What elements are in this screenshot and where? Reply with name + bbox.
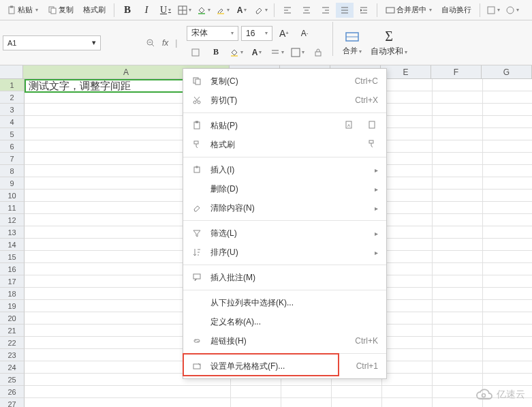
row-header[interactable]: 21: [0, 325, 25, 337]
align-left-icon: [283, 5, 292, 15]
ctx-cut[interactable]: 剪切(T) Ctrl+X: [183, 91, 386, 110]
row-header[interactable]: 17: [0, 275, 25, 288]
row-header[interactable]: 24: [0, 361, 25, 374]
ctx-define-name[interactable]: 定义名称(A)...: [183, 312, 386, 331]
row-header[interactable]: 19: [0, 300, 25, 312]
row-header[interactable]: 10: [0, 190, 25, 202]
paste-special-icon-1[interactable]: A: [344, 120, 355, 131]
increase-font-button[interactable]: A+: [275, 26, 293, 41]
ctx-paste-label: 粘贴(P): [210, 120, 336, 132]
italic-button[interactable]: I: [138, 3, 155, 18]
sum-block-button[interactable]: Σ 自动求和▾: [369, 22, 409, 63]
copy-button[interactable]: 复制: [44, 3, 78, 16]
align-center-button[interactable]: [298, 3, 315, 18]
ctx-clear[interactable]: 清除内容(N) ▸: [183, 198, 386, 217]
fill-color-button-2[interactable]: ▾: [228, 45, 245, 60]
ctx-filter-label: 筛选(L): [210, 228, 366, 239]
row-header[interactable]: 18: [0, 288, 25, 300]
row-header[interactable]: 9: [0, 177, 25, 190]
ctx-dropdown-select[interactable]: 从下拉列表中选择(K)...: [183, 293, 386, 312]
merge-block-button[interactable]: 合并▾: [339, 22, 366, 63]
ctx-hyperlink[interactable]: 超链接(H) Ctrl+K: [183, 331, 386, 350]
separator: [183, 353, 386, 354]
column-header-E[interactable]: E: [381, 65, 431, 78]
row-header[interactable]: 7: [0, 153, 25, 165]
paste-special-icon-2[interactable]: [367, 120, 378, 131]
fx-label[interactable]: fx: [162, 38, 168, 48]
auto-wrap-label: 自动换行: [441, 5, 471, 15]
format-painter-button[interactable]: 格式刷: [79, 3, 110, 16]
paste-button[interactable]: 粘贴 ▾: [3, 3, 42, 16]
bold-button[interactable]: B: [119, 3, 136, 18]
row-header[interactable]: 26: [0, 386, 25, 398]
fill-color-button[interactable]: ▾: [195, 3, 213, 18]
row-header[interactable]: 4: [0, 116, 25, 128]
separator: [183, 112, 386, 113]
column-header-F[interactable]: F: [431, 65, 482, 78]
row-header[interactable]: 11: [0, 202, 25, 214]
zoom-out-icon[interactable]: [146, 38, 155, 48]
chevron-right-icon: ▸: [375, 166, 378, 174]
row-header[interactable]: 15: [0, 251, 25, 263]
misc-button-2[interactable]: ▾: [503, 3, 521, 18]
align-button-2[interactable]: ▾: [268, 45, 286, 60]
row-header[interactable]: 22: [0, 337, 25, 349]
select-all-corner[interactable]: [0, 65, 23, 78]
row-header[interactable]: 23: [0, 349, 25, 361]
number-format-button[interactable]: [187, 45, 204, 60]
row-header[interactable]: 25: [0, 374, 25, 386]
row-header[interactable]: 6: [0, 140, 25, 153]
row-header[interactable]: 1: [0, 79, 25, 91]
column-header-G[interactable]: G: [482, 65, 532, 78]
border-button-2[interactable]: ▾: [289, 45, 307, 60]
row-header[interactable]: 13: [0, 226, 25, 239]
font-color-button-2[interactable]: A▾: [248, 45, 266, 60]
ctx-insert[interactable]: 插入(I) ▸: [183, 160, 386, 179]
bold-button-2[interactable]: B: [207, 45, 225, 60]
align-left-button[interactable]: [279, 3, 296, 18]
row-header[interactable]: 27: [0, 398, 25, 407]
row-header[interactable]: 14: [0, 239, 25, 251]
paste-label: 粘贴: [18, 5, 33, 15]
decrease-font-button[interactable]: A-: [296, 26, 313, 41]
ctx-filter[interactable]: 筛选(L) ▸: [183, 224, 386, 243]
ctx-sort[interactable]: 排序(U) ▸: [183, 243, 386, 262]
align-right-button[interactable]: [317, 3, 334, 18]
context-menu: 复制(C) Ctrl+C 剪切(T) Ctrl+X 粘贴(P) A 格式刷 插入…: [183, 68, 387, 379]
row-header[interactable]: 2: [0, 91, 25, 104]
lock-icon: [313, 48, 323, 57]
border-button[interactable]: ▾: [176, 3, 193, 18]
ctx-comment[interactable]: 插入批注(M): [183, 268, 386, 287]
name-box[interactable]: A1 ▾: [3, 35, 101, 50]
font-size-select[interactable]: 16 ▾: [241, 26, 272, 41]
underline-button[interactable]: U▾: [157, 3, 174, 18]
align-justify-button[interactable]: [336, 3, 354, 18]
indent-button[interactable]: [355, 3, 373, 18]
separator: [183, 220, 386, 221]
ctx-format-painter[interactable]: 格式刷: [183, 135, 386, 154]
ctx-format-cells[interactable]: 设置单元格格式(F)... Ctrl+1: [183, 357, 386, 376]
ctx-delete[interactable]: 删除(D) ▸: [183, 179, 386, 198]
svg-rect-48: [369, 121, 375, 128]
lock-button[interactable]: [309, 45, 327, 60]
clear-format-button[interactable]: ▾: [252, 3, 270, 18]
font-name-value: 宋体: [191, 27, 208, 39]
row-header[interactable]: 12: [0, 214, 25, 226]
ctx-copy[interactable]: 复制(C) Ctrl+C: [183, 72, 386, 91]
highlight-button[interactable]: ▾: [214, 3, 232, 18]
svg-rect-7: [198, 13, 205, 14]
ctx-paste[interactable]: 粘贴(P) A: [183, 116, 386, 135]
ctx-copy-shortcut: Ctrl+C: [355, 76, 378, 86]
font-color-button[interactable]: A ▾: [233, 3, 251, 18]
row-header[interactable]: 5: [0, 128, 25, 140]
row-header[interactable]: 20: [0, 312, 25, 325]
row-header[interactable]: 16: [0, 263, 25, 275]
row-header[interactable]: 3: [0, 104, 25, 116]
font-name-select[interactable]: 宋体 ▾: [187, 26, 238, 41]
merge-center-button[interactable]: 合并居中 ▾: [381, 3, 436, 16]
misc-button-1[interactable]: ▾: [484, 3, 502, 18]
ctx-clear-label: 清除内容(N): [210, 202, 366, 214]
misc-icon: [505, 5, 515, 15]
row-header[interactable]: 8: [0, 165, 25, 177]
auto-wrap-button[interactable]: 自动换行: [437, 3, 475, 16]
